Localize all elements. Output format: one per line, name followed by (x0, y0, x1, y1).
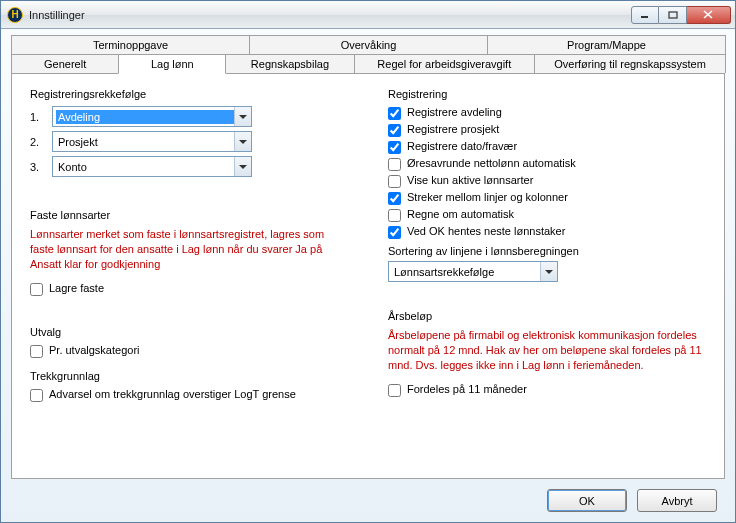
chevron-down-icon (234, 157, 251, 176)
svg-rect-1 (669, 12, 677, 18)
chevron-down-icon (234, 132, 251, 151)
order-num-2: 2. (30, 136, 52, 148)
utvalg-group: Utvalg Pr. utvalgskategori (30, 326, 348, 358)
chk-regne[interactable] (388, 209, 401, 222)
right-column: Registrering Registrere avdeling Registr… (388, 88, 706, 405)
chevron-down-icon (540, 262, 557, 281)
tab-terminoppgave[interactable]: Terminoppgave (11, 35, 250, 54)
order-num-3: 3. (30, 161, 52, 173)
faste-hint: Lønnsarter merket som faste i lønnsartsr… (30, 227, 348, 272)
left-column: Registreringsrekkefølge 1. Avdeling 2. P… (30, 88, 348, 405)
chk-avdeling-label: Registrere avdeling (407, 106, 706, 118)
registrering-title: Registrering (388, 88, 706, 100)
arsbelop-title: Årsbeløp (388, 310, 706, 322)
faste-group: Faste lønnsarter Lønnsarter merket som f… (30, 209, 348, 296)
utvalg-label: Pr. utvalgskategori (49, 344, 348, 356)
sort-combo[interactable]: Lønnsartsrekkefølge (388, 261, 558, 282)
arsbelop-hint: Årsbeløpene på firmabil og elektronisk k… (388, 328, 706, 373)
tab-panel: Registreringsrekkefølge 1. Avdeling 2. P… (11, 73, 725, 479)
chk-oresavrunde[interactable] (388, 158, 401, 171)
ok-button[interactable]: OK (547, 489, 627, 512)
utvalg-checkbox[interactable] (30, 345, 43, 358)
sort-combo-value: Lønnsartsrekkefølge (392, 265, 540, 279)
chk-dato-label: Registrere dato/fravær (407, 140, 706, 152)
chk-vise-aktive-label: Vise kun aktive lønnsarter (407, 174, 706, 186)
order-combo-3-value: Konto (56, 160, 234, 174)
chk-ved-ok[interactable] (388, 226, 401, 239)
order-combo-2[interactable]: Prosjekt (52, 131, 252, 152)
settings-window: H Innstillinger Terminoppgave Overvåking… (0, 0, 736, 523)
order-combo-1[interactable]: Avdeling (52, 106, 252, 127)
order-row-3: 3. Konto (30, 156, 348, 177)
minimize-button[interactable] (631, 6, 659, 24)
tab-lag-lonn[interactable]: Lag lønn (118, 54, 226, 74)
trekk-title: Trekkgrunnlag (30, 370, 348, 382)
chevron-down-icon (234, 107, 251, 126)
faste-title: Faste lønnsarter (30, 209, 348, 221)
chk-avdeling[interactable] (388, 107, 401, 120)
order-row-1: 1. Avdeling (30, 106, 348, 127)
chk-fordeles[interactable] (388, 384, 401, 397)
tab-regnskapsbilag[interactable]: Regnskapsbilag (225, 54, 354, 73)
chk-regne-label: Regne om automatisk (407, 208, 706, 220)
content-area: Terminoppgave Overvåking Program/Mappe G… (1, 29, 735, 522)
chk-prosjekt-label: Registrere prosjekt (407, 123, 706, 135)
tab-row-bottom: Generelt Lag lønn Regnskapsbilag Regel f… (11, 54, 725, 73)
close-button[interactable] (687, 6, 731, 24)
window-title: Innstillinger (29, 9, 85, 21)
tab-overvaking[interactable]: Overvåking (249, 35, 488, 54)
trekk-label: Advarsel om trekkgrunnlag overstiger Log… (49, 388, 348, 400)
window-buttons (631, 6, 731, 24)
trekk-group: Trekkgrunnlag Advarsel om trekkgrunnlag … (30, 370, 348, 402)
chk-oresavrunde-label: Øresavrunde nettolønn automatisk (407, 157, 706, 169)
order-combo-2-value: Prosjekt (56, 135, 234, 149)
order-combo-3[interactable]: Konto (52, 156, 252, 177)
lagre-faste-label: Lagre faste (49, 282, 348, 294)
dialog-footer: OK Avbryt (11, 479, 725, 512)
order-combo-1-value: Avdeling (56, 110, 234, 124)
trekk-checkbox[interactable] (30, 389, 43, 402)
tab-program-mappe[interactable]: Program/Mappe (487, 35, 726, 54)
sort-group: Sortering av linjene i lønnsberegningen … (388, 245, 706, 282)
tab-regel-arbeidsgiveravgift[interactable]: Regel for arbeidsgiveravgift (354, 54, 535, 73)
chk-streker-label: Streker mellom linjer og kolonner (407, 191, 706, 203)
chk-dato[interactable] (388, 141, 401, 154)
reg-order-title: Registreringsrekkefølge (30, 88, 348, 100)
chk-vise-aktive[interactable] (388, 175, 401, 188)
chk-prosjekt[interactable] (388, 124, 401, 137)
chk-streker[interactable] (388, 192, 401, 205)
arsbelop-group: Årsbeløp Årsbeløpene på firmabil og elek… (388, 310, 706, 397)
app-icon: H (7, 7, 23, 23)
order-num-1: 1. (30, 111, 52, 123)
titlebar: H Innstillinger (1, 1, 735, 29)
utvalg-title: Utvalg (30, 326, 348, 338)
tab-row-top: Terminoppgave Overvåking Program/Mappe (11, 35, 725, 54)
sort-title: Sortering av linjene i lønnsberegningen (388, 245, 706, 257)
tab-overforing-regnskap[interactable]: Overføring til regnskapssystem (534, 54, 726, 73)
chk-fordeles-label: Fordeles på 11 måneder (407, 383, 706, 395)
cancel-button[interactable]: Avbryt (637, 489, 717, 512)
chk-ved-ok-label: Ved OK hentes neste lønnstaker (407, 225, 706, 237)
maximize-button[interactable] (659, 6, 687, 24)
order-row-2: 2. Prosjekt (30, 131, 348, 152)
tab-generelt[interactable]: Generelt (11, 54, 119, 73)
lagre-faste-checkbox[interactable] (30, 283, 43, 296)
